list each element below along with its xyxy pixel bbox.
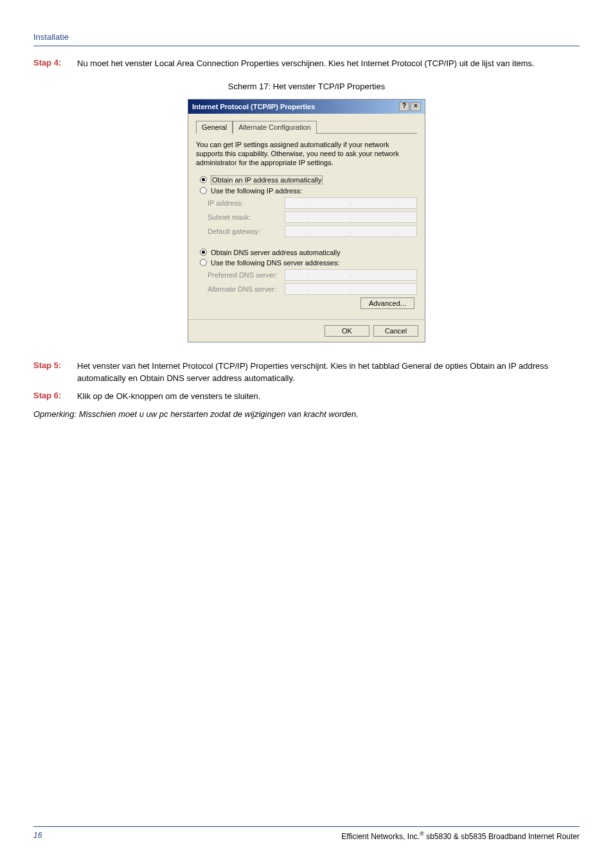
figure-caption: Scherm 17: Het venster TCP/IP Properties (33, 82, 580, 91)
default-gateway-input: ... (285, 226, 417, 237)
dialog-description: You can get IP settings assigned automat… (196, 140, 417, 168)
step-6-label: Stap 6: (33, 391, 77, 403)
close-button[interactable]: × (411, 102, 421, 111)
alternate-dns-label: Alternate DNS server: (208, 285, 285, 293)
help-button[interactable]: ? (399, 102, 409, 111)
subnet-mask-input: ... (285, 211, 417, 223)
footer-product: sb5830 & sb5835 Broadband Internet Route… (424, 832, 580, 841)
dialog-footer: OK Cancel (188, 319, 425, 342)
section-title: Installatie (33, 32, 580, 42)
radio-use-dns-label: Use the following DNS server addresses: (211, 259, 340, 267)
radio-use-ip[interactable]: Use the following IP address: (200, 187, 417, 195)
registered-icon: ® (420, 831, 424, 837)
ip-address-input: ... (285, 197, 417, 209)
ok-button[interactable]: OK (324, 325, 369, 337)
page-footer: 16 Efficient Networks, Inc.® sb5830 & sb… (33, 826, 580, 841)
radio-icon (200, 259, 207, 266)
radio-obtain-ip-label: Obtain an IP address automatically (211, 175, 323, 184)
radio-obtain-ip[interactable]: Obtain an IP address automatically (200, 175, 417, 184)
step-4-label: Stap 4: (33, 58, 77, 70)
alternate-dns-input: ... (285, 283, 417, 295)
step-5-text: Het venster van het Internet Protocol (T… (77, 360, 580, 385)
default-gateway-label: Default gateway: (208, 227, 285, 235)
footer-divider (33, 826, 580, 827)
page-number: 16 (33, 831, 42, 841)
footer-company: Efficient Networks, Inc. (341, 832, 420, 841)
dialog-tabs: General Alternate Configuration (196, 120, 417, 134)
field-preferred-dns: Preferred DNS server: ... (208, 269, 417, 281)
radio-icon (200, 249, 207, 256)
preferred-dns-input: ... (285, 269, 417, 281)
cancel-button[interactable]: Cancel (373, 325, 418, 337)
radio-obtain-dns[interactable]: Obtain DNS server address automatically (200, 249, 417, 256)
step-6-text: Klik op de OK-knoppen om de vensters te … (77, 391, 580, 403)
preferred-dns-label: Preferred DNS server: (208, 271, 285, 279)
step-4: Stap 4: Nu moet het venster Local Area C… (33, 58, 580, 70)
radio-use-dns[interactable]: Use the following DNS server addresses: (200, 259, 417, 267)
section-divider (33, 46, 580, 46)
step-5-label: Stap 5: (33, 360, 77, 385)
dialog-titlebar[interactable]: Internet Protocol (TCP/IP) Properties ? … (188, 100, 425, 114)
subnet-mask-label: Subnet mask: (208, 213, 285, 221)
field-ip-address: IP address: ... (208, 197, 417, 209)
footer-text: Efficient Networks, Inc.® sb5830 & sb583… (341, 831, 580, 841)
dialog-title: Internet Protocol (TCP/IP) Properties (192, 103, 398, 111)
radio-use-ip-label: Use the following IP address: (211, 187, 302, 195)
field-subnet-mask: Subnet mask: ... (208, 211, 417, 223)
tcpip-properties-dialog: Internet Protocol (TCP/IP) Properties ? … (188, 99, 425, 342)
radio-obtain-dns-label: Obtain DNS server address automatically (211, 249, 341, 256)
radio-icon (200, 176, 207, 183)
advanced-button[interactable]: Advanced... (360, 297, 414, 309)
step-4-text: Nu moet het venster Local Area Connectio… (77, 58, 580, 70)
step-6: Stap 6: Klik op de OK-knoppen om de vens… (33, 391, 580, 403)
field-default-gateway: Default gateway: ... (208, 226, 417, 237)
field-alternate-dns: Alternate DNS server: ... (208, 283, 417, 295)
note-text: Opmerking: Misschien moet u uw pc hersta… (33, 409, 580, 419)
tab-general[interactable]: General (196, 121, 233, 134)
step-5: Stap 5: Het venster van het Internet Pro… (33, 360, 580, 385)
radio-icon (200, 187, 207, 194)
tab-alternate-configuration[interactable]: Alternate Configuration (233, 121, 317, 134)
ip-address-label: IP address: (208, 199, 285, 207)
